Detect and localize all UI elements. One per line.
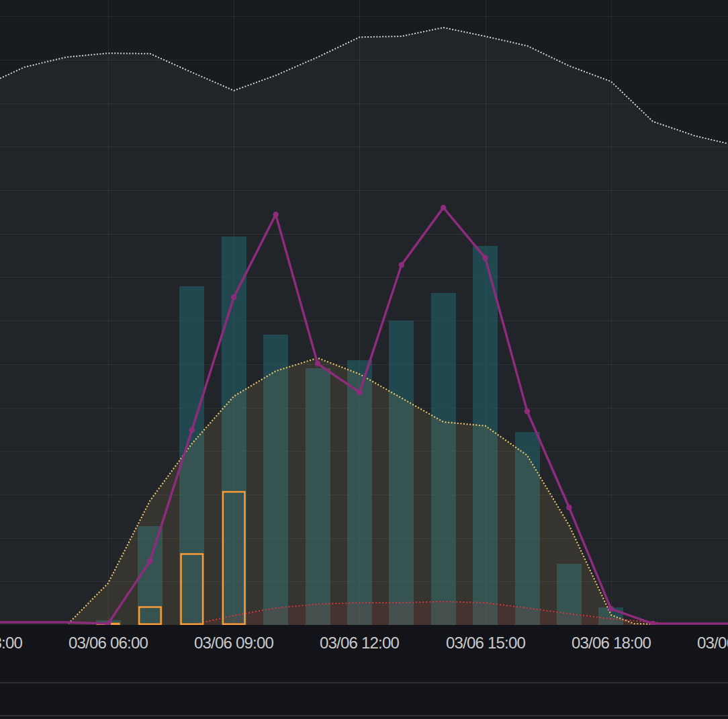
line-vertex-marker	[566, 505, 572, 510]
line-vertex-marker	[231, 294, 236, 300]
panel-divider-top	[0, 682, 728, 683]
time-series-plot-area[interactable]	[0, 0, 728, 625]
x-axis-tick-label: 03/06 09:00	[194, 633, 273, 653]
x-axis-tick-label: 03/06 21:00	[697, 633, 728, 653]
line-vertex-marker	[608, 606, 614, 611]
line-vertex-marker	[273, 212, 278, 217]
x-axis-tick-label: 03/06 12:00	[320, 633, 399, 653]
chart-svg	[0, 0, 728, 625]
line-vertex-marker	[315, 361, 320, 366]
line-vertex-marker	[357, 390, 362, 395]
dashboard-panel-crop: 03/06 03:0003/06 06:0003/06 09:0003/06 1…	[0, 0, 728, 719]
line-vertex-marker	[441, 205, 446, 210]
panel-divider-bottom	[0, 715, 728, 716]
x-axis-tick-label: 03/06 06:00	[69, 633, 148, 653]
line-vertex-marker	[189, 427, 195, 433]
x-axis-tick-label: 03/06 15:00	[446, 633, 525, 653]
line-vertex-marker	[147, 558, 152, 564]
x-axis: 03/06 03:0003/06 06:0003/06 09:0003/06 1…	[0, 633, 728, 656]
line-vertex-marker	[525, 409, 530, 414]
x-axis-tick-label: 03/06 03:00	[0, 633, 22, 653]
line-vertex-marker	[399, 262, 404, 267]
x-axis-tick-label: 03/06 18:00	[572, 633, 651, 653]
line-vertex-marker	[482, 255, 488, 261]
